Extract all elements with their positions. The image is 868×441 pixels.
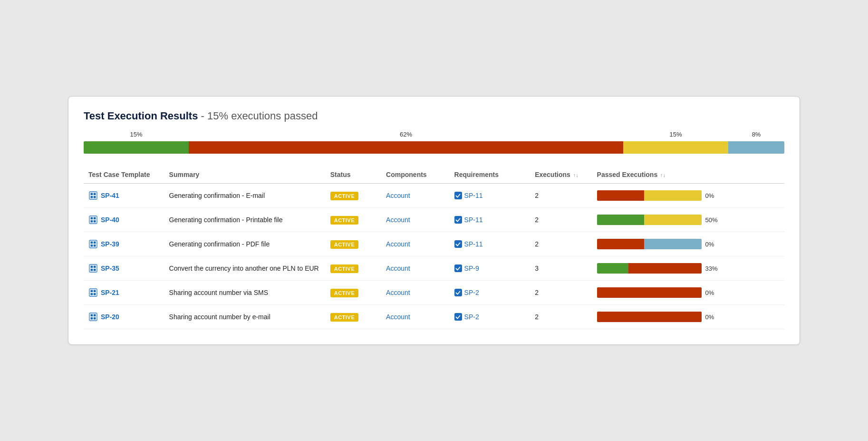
svg-rect-20 (89, 289, 97, 296)
svg-rect-14 (94, 245, 96, 247)
svg-rect-1 (91, 193, 93, 196)
col-header-executions[interactable]: Executions ↑↓ (530, 167, 592, 184)
svg-rect-23 (94, 290, 96, 293)
page-title: Test Execution Results - 15% executions … (84, 110, 784, 122)
component-cell-2: Account (381, 232, 449, 256)
req-id-2: SP-11 (464, 240, 483, 248)
tc-icon-1 (88, 215, 98, 225)
tc-cell-5: SP-20 (84, 305, 164, 329)
svg-rect-29 (94, 317, 96, 320)
exec-cell-2: 2 (530, 232, 592, 256)
mini-bar-wrap-5: 0% (597, 312, 780, 322)
passed-cell-3: 33% (592, 256, 784, 281)
tc-cell-4: SP-21 (84, 281, 164, 305)
progress-label-0: 15% (130, 131, 143, 138)
mini-bar-5 (597, 312, 702, 322)
passed-cell-2: 0% (592, 232, 784, 256)
mini-seg-4-0 (597, 287, 702, 298)
mini-seg-2-1 (644, 239, 702, 249)
req-link-1[interactable]: SP-11 (454, 216, 526, 224)
req-checkbox-4 (454, 289, 462, 296)
tc-cell-1: SP-40 (84, 208, 164, 232)
tc-link-5[interactable]: SP-20 (88, 312, 160, 322)
component-link-4[interactable]: Account (386, 289, 410, 296)
tc-icon-3 (88, 264, 98, 273)
svg-rect-16 (91, 266, 93, 268)
tc-cell-2: SP-39 (84, 232, 164, 256)
tc-link-0[interactable]: SP-41 (88, 191, 160, 200)
svg-rect-7 (91, 220, 93, 223)
col-header-summary: Summary (164, 167, 326, 184)
mini-seg-0-0 (597, 190, 644, 201)
summary-cell-3: Convert the currency into another one PL… (164, 256, 326, 281)
svg-rect-2 (91, 196, 93, 198)
svg-rect-0 (89, 192, 97, 199)
component-link-5[interactable]: Account (386, 313, 410, 321)
tc-id-2: SP-39 (101, 240, 119, 248)
svg-rect-26 (91, 314, 93, 317)
tc-link-3[interactable]: SP-35 (88, 264, 160, 273)
exec-cell-1: 2 (530, 208, 592, 232)
exec-cell-4: 2 (530, 281, 592, 305)
col-header-passed[interactable]: Passed Executions ↑↓ (592, 167, 784, 184)
table-row: SP-35 Convert the currency into another … (84, 256, 784, 281)
results-table: Test Case Template Summary Status Compon… (84, 167, 784, 329)
req-cell-5: SP-2 (450, 305, 530, 329)
component-cell-4: Account (381, 281, 449, 305)
progress-segment-2 (623, 141, 728, 154)
col-header-requirements: Requirements (450, 167, 530, 184)
progress-segment-0 (84, 141, 189, 154)
summary-cell-2: Generating confirmation - PDF file (164, 232, 326, 256)
mini-seg-3-0 (597, 263, 628, 274)
tc-link-4[interactable]: SP-21 (88, 288, 160, 297)
col-header-status: Status (326, 167, 381, 184)
summary-cell-0: Generating confirmation - E-mail (164, 184, 326, 208)
req-link-0[interactable]: SP-11 (454, 192, 526, 199)
svg-rect-22 (91, 293, 93, 295)
req-link-3[interactable]: SP-9 (454, 265, 526, 272)
exec-sort-icon: ↑↓ (573, 172, 579, 178)
component-cell-3: Account (381, 256, 449, 281)
component-link-2[interactable]: Account (386, 240, 410, 248)
summary-cell-5: Sharing account number by e-mail (164, 305, 326, 329)
mini-seg-0-1 (644, 190, 702, 201)
exec-cell-0: 2 (530, 184, 592, 208)
exec-cell-3: 3 (530, 256, 592, 281)
req-id-1: SP-11 (464, 216, 483, 224)
passed-sort-icon: ↑↓ (660, 172, 665, 178)
component-link-3[interactable]: Account (386, 265, 410, 272)
req-checkbox-3 (454, 265, 462, 272)
main-card: Test Execution Results - 15% executions … (68, 96, 800, 345)
svg-rect-25 (89, 313, 97, 321)
table-row: SP-40 Generating confirmation - Printabl… (84, 208, 784, 232)
mini-bar-4 (597, 287, 702, 298)
component-link-0[interactable]: Account (386, 192, 410, 199)
tc-cell-0: SP-41 (84, 184, 164, 208)
svg-rect-27 (91, 317, 93, 320)
tc-icon-5 (88, 312, 98, 322)
svg-rect-18 (94, 266, 96, 268)
component-link-1[interactable]: Account (386, 216, 410, 224)
component-cell-0: Account (381, 184, 449, 208)
exec-cell-5: 2 (530, 305, 592, 329)
mini-bar-1 (597, 215, 702, 225)
status-cell-0: ACTIVE (326, 184, 381, 208)
req-link-2[interactable]: SP-11 (454, 240, 526, 248)
mini-bar-wrap-2: 0% (597, 239, 780, 249)
progress-label-3: 8% (752, 131, 761, 138)
req-id-4: SP-2 (464, 289, 479, 296)
tc-link-2[interactable]: SP-39 (88, 239, 160, 249)
status-badge-5: ACTIVE (330, 313, 358, 322)
passed-cell-0: 0% (592, 184, 784, 208)
req-checkbox-2 (454, 240, 462, 248)
req-link-5[interactable]: SP-2 (454, 313, 526, 321)
summary-cell-4: Sharing account number via SMS (164, 281, 326, 305)
mini-bar-wrap-0: 0% (597, 190, 780, 201)
table-row: SP-41 Generating confirmation - E-mailAC… (84, 184, 784, 208)
tc-link-1[interactable]: SP-40 (88, 215, 160, 225)
status-badge-1: ACTIVE (330, 216, 358, 225)
progress-segment-1 (189, 141, 623, 154)
status-badge-3: ACTIVE (330, 265, 358, 273)
svg-rect-28 (94, 314, 96, 317)
req-link-4[interactable]: SP-2 (454, 289, 526, 296)
